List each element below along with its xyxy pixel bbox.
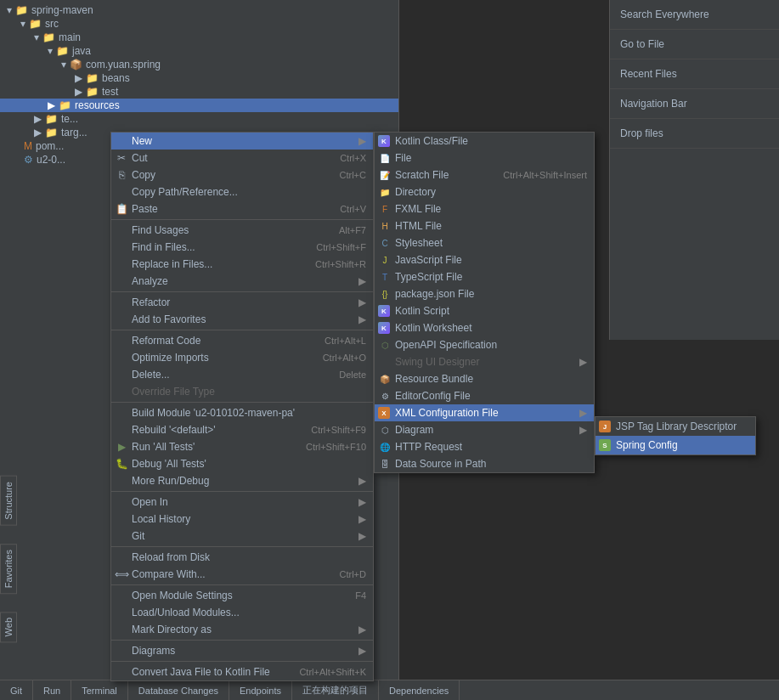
search-panel: Search Everywhere Go to File Recent File… [609, 0, 779, 340]
toolbar-tab-run[interactable]: Run [33, 680, 71, 700]
separator [111, 491, 373, 492]
submenu-item-openapi[interactable]: ⬡ OpenAPI Specification [375, 336, 594, 353]
submenu-item-fxml[interactable]: F FXML File [375, 200, 594, 217]
separator [111, 330, 373, 330]
arrow-icon: ▶ [358, 645, 366, 657]
kotlin-script-icon: K [378, 305, 390, 317]
submenu-item-css[interactable]: C Stylesheet [375, 234, 594, 251]
menu-item-run-all[interactable]: ▶ Run 'All Tests' Ctrl+Shift+F10 [111, 438, 373, 455]
fxml-icon: F [378, 202, 392, 216]
menu-item-rebuild[interactable]: Rebuild '<default>' Ctrl+Shift+F9 [111, 421, 373, 438]
menu-item-add-favorites[interactable]: Add to Favorites ▶ [111, 311, 373, 328]
toolbar-tab-database-changes[interactable]: Database Changes [128, 680, 229, 700]
menu-item-debug[interactable]: 🐛 Debug 'All Tests' [111, 455, 373, 472]
tree-item-test[interactable]: ▶ 📁 test [0, 85, 398, 99]
submenu-item-directory[interactable]: 📁 Directory [375, 183, 594, 200]
menu-item-copy-path[interactable]: Copy Path/Reference... [111, 183, 373, 200]
separator [111, 546, 373, 547]
menu-item-copy[interactable]: ⎘ Copy Ctrl+C [111, 167, 373, 183]
menu-item-load-modules[interactable]: Load/Unload Modules... [111, 604, 373, 621]
copy-icon: ⎘ [115, 168, 128, 182]
submenu-item-diagram[interactable]: ⬡ Diagram ▶ [375, 421, 594, 438]
search-item-go-to-file[interactable]: Go to File [610, 30, 779, 59]
submenu-item-datasource[interactable]: 🗄 Data Source in Path [375, 455, 594, 472]
paste-icon: 📋 [115, 202, 128, 216]
tree-item-resources[interactable]: ▶ 📁 resources [0, 99, 398, 112]
menu-item-optimize[interactable]: Optimize Imports Ctrl+Alt+O [111, 349, 373, 366]
search-item-navigation[interactable]: Navigation Bar [610, 89, 779, 119]
menu-item-reload[interactable]: Reload from Disk [111, 549, 373, 566]
separator [111, 661, 373, 662]
submenu-item-http[interactable]: 🌐 HTTP Request [375, 438, 594, 455]
arrow-icon: ▶ [579, 356, 587, 368]
tree-item-java[interactable]: ▾ 📁 java [0, 44, 398, 58]
menu-item-reformat[interactable]: Reformat Code Ctrl+Alt+L [111, 332, 373, 349]
submenu-item-js[interactable]: J JavaScript File [375, 251, 594, 268]
menu-item-module-settings[interactable]: Open Module Settings F4 [111, 587, 373, 604]
arrow-icon: ▶ [579, 407, 587, 419]
submenu-item-editorconfig[interactable]: ⚙ EditorConfig File [375, 387, 594, 404]
tree-item-spring-maven[interactable]: ▾ 📁 spring-maven [0, 3, 398, 17]
menu-item-local-history[interactable]: Local History ▶ [111, 511, 373, 528]
submenu-item-swing[interactable]: Swing UI Designer ▶ [375, 353, 594, 370]
toolbar-tab-git[interactable]: Git [0, 680, 33, 700]
tree-item-main[interactable]: ▾ 📁 main [0, 31, 398, 44]
menu-item-cut[interactable]: ✂ Cut Ctrl+X [111, 150, 373, 167]
search-item-everywhere[interactable]: Search Everywhere [610, 0, 779, 30]
tree-item-package[interactable]: ▾ 📦 com.yuan.spring [0, 58, 398, 71]
toolbar-tab-terminal[interactable]: Terminal [71, 680, 128, 700]
submenu-item-kotlin-worksheet[interactable]: K Kotlin Worksheet [375, 319, 594, 336]
menu-item-paste[interactable]: 📋 Paste Ctrl+V [111, 200, 373, 217]
submenu-item-kotlin-script[interactable]: K Kotlin Script [375, 302, 594, 319]
menu-item-more-run[interactable]: More Run/Debug ▶ [111, 472, 373, 489]
tree-item-beans[interactable]: ▶ 📁 beans [0, 71, 398, 85]
submenu-item-resource[interactable]: 📦 Resource Bundle [375, 370, 594, 387]
menu-item-convert-kotlin[interactable]: Convert Java File to Kotlin File Ctrl+Al… [111, 663, 373, 680]
run-icon: ▶ [115, 440, 128, 454]
menu-item-replace[interactable]: Replace in Files... Ctrl+Shift+R [111, 256, 373, 273]
json-icon: {} [378, 287, 392, 301]
arrow-icon: ▶ [358, 496, 366, 508]
menu-item-build-module[interactable]: Build Module 'u2-010102-maven-pa' [111, 404, 373, 421]
bottom-toolbar: Git Run Terminal Database Changes Endpoi… [0, 680, 779, 700]
menu-item-mark-dir[interactable]: Mark Directory as ▶ [111, 621, 373, 638]
menu-item-git[interactable]: Git ▶ [111, 528, 373, 545]
side-tab-structure[interactable]: Structure [0, 476, 17, 526]
submenu-item-scratch[interactable]: 📝 Scratch File Ctrl+Alt+Shift+Insert [375, 167, 594, 183]
submenu-item-xml-config[interactable]: X XML Configuration File ▶ [375, 404, 594, 421]
menu-item-refactor[interactable]: Refactor ▶ [111, 294, 373, 311]
submenu-item-html[interactable]: H HTML File [375, 217, 594, 234]
tree-item-te[interactable]: ▶ 📁 te... [0, 112, 398, 126]
toolbar-tab-endpoints[interactable]: Endpoints [229, 680, 292, 700]
arrow-icon: ▶ [358, 135, 366, 147]
menu-item-override-type[interactable]: Override File Type [111, 383, 373, 400]
submenu-item-file[interactable]: 📄 File [375, 150, 594, 167]
html-icon: H [378, 219, 392, 233]
jsp-icon: J [599, 421, 611, 432]
search-item-drop-files[interactable]: Drop files [610, 119, 779, 149]
css-icon: C [378, 236, 392, 250]
xml-item-spring[interactable]: S Spring Config [596, 436, 755, 454]
menu-item-open-in[interactable]: Open In ▶ [111, 494, 373, 511]
arrow-icon: ▶ [579, 424, 587, 436]
submenu-item-kotlin-class[interactable]: K Kotlin Class/File [375, 133, 594, 150]
submenu-item-package-json[interactable]: {} package.json File [375, 285, 594, 302]
xml-item-jsp[interactable]: J JSP Tag Library Descriptor [596, 417, 755, 436]
toolbar-tab-dependencies[interactable]: Dependencies [379, 680, 460, 700]
menu-item-find-files[interactable]: Find in Files... Ctrl+Shift+F [111, 239, 373, 256]
menu-item-analyze[interactable]: Analyze ▶ [111, 273, 373, 290]
side-tab-favorites[interactable]: Favorites [0, 544, 17, 594]
folder-icon: 📁 [378, 185, 392, 199]
toolbar-tab-build[interactable]: 正在构建的项目 [292, 680, 379, 700]
arrow-icon: ▶ [358, 513, 366, 525]
editorconfig-icon: ⚙ [378, 389, 392, 403]
menu-item-compare[interactable]: ⟺ Compare With... Ctrl+D [111, 566, 373, 583]
menu-item-new[interactable]: New ▶ [111, 133, 373, 150]
menu-item-find-usages[interactable]: Find Usages Alt+F7 [111, 222, 373, 239]
submenu-item-ts[interactable]: T TypeScript File [375, 268, 594, 285]
side-tab-web[interactable]: Web [0, 612, 17, 642]
tree-item-src[interactable]: ▾ 📁 src [0, 17, 398, 31]
menu-item-delete[interactable]: Delete... Delete [111, 366, 373, 383]
menu-item-diagrams[interactable]: Diagrams ▶ [111, 642, 373, 659]
search-item-recent-files[interactable]: Recent Files [610, 59, 779, 89]
